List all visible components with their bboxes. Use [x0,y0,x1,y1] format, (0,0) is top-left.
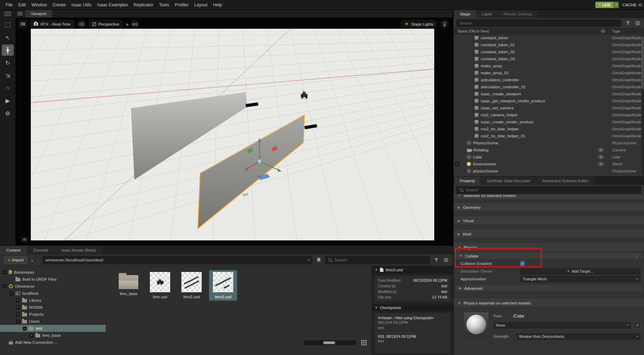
tab-property[interactable]: Property [454,177,480,185]
checkpoint-title[interactable]: #33. 08/13/24 09:11PM [378,334,447,339]
visibility-column-header[interactable] [597,29,609,33]
menu-item-isaac-examples[interactable]: Isaac Examples [94,2,131,7]
tree-item-projects[interactable]: +Projects [0,311,106,318]
stage-filter-button[interactable] [624,20,631,27]
ground-plane[interactable] [31,29,434,240]
expand-toolbar-icon[interactable]: » [126,21,128,27]
stage-row[interactable]: +EnvironmentXform [453,161,644,168]
visibility-menu-button[interactable] [77,20,86,28]
renderer-dropdown[interactable]: RTX - Real-Time [30,20,75,28]
stage-scrollbar[interactable] [642,35,644,176]
view-options-button[interactable] [443,257,450,264]
section-materials-on-models[interactable]: ▼ Materials on selected models [453,195,644,200]
physics-tool[interactable]: ⚙ [2,108,14,119]
section-physics[interactable]: ▼ Physics [453,243,644,252]
visibility-cell[interactable] [595,162,607,166]
advanced-header[interactable]: ▶ Advanced [456,285,642,292]
stage-row[interactable]: constant_token_01OmniGraphNode [453,41,644,48]
file-tile[interactable]: limo_base [115,270,143,301]
stage-row[interactable]: isaac_create_render_productOmniGraphNode [453,118,644,125]
grid-view-button[interactable] [361,340,367,346]
stage-row[interactable]: isaac_create_viewportOmniGraphNode [453,90,644,97]
menu-item-isaac-utils[interactable]: Isaac Utils [69,2,95,7]
stage-options-button[interactable] [634,20,641,27]
section-visual[interactable]: ▶ Visual [453,217,644,225]
menu-item-window[interactable]: Window [29,2,50,7]
path-input[interactable] [45,258,306,262]
tab-stage[interactable]: Stage [454,10,476,18]
scrollbar-thumb[interactable] [642,36,644,89]
tab-render-settings[interactable]: Render Settings [498,10,538,18]
collider-header[interactable]: ▼ Collider × [456,253,642,260]
property-scroll-area[interactable]: ▼ Materials on selected models ▶ Geometr… [453,195,644,355]
strength-dropdown[interactable]: Weaker than Descendants ▾ [517,333,640,340]
file-tile[interactable]: limo2.usd [178,270,206,301]
marquee-select-tool[interactable] [2,19,14,30]
property-search-input[interactable] [466,188,638,192]
expander-icon[interactable]: − [23,327,27,330]
checkpoints-header[interactable]: ▼ Checkpoints [372,304,453,311]
scale-tool[interactable]: ⇲ [2,70,14,81]
stage-row[interactable]: articulation_controller_01OmniGraphNode [453,83,644,90]
stage-row[interactable]: articulation_controllerOmniGraphNode [453,76,644,83]
name-column-header[interactable]: Name (Old to New) [453,29,597,33]
move-tool[interactable]: ╋ [2,45,14,56]
live-dropdown-button[interactable]: ▾ [613,2,619,8]
menu-item-tools[interactable]: Tools [156,2,172,7]
stage-row[interactable]: RotatingCamera [453,146,644,153]
content-search-field[interactable] [325,256,430,264]
expander-icon[interactable]: + [29,334,33,337]
stage-row[interactable]: make_arrayOmniGraphNode [453,62,644,69]
section-kind[interactable]: ▶ Kind [453,230,644,238]
expander-icon[interactable]: + [16,299,20,302]
import-button[interactable]: + Import [4,256,28,264]
tree-item-library[interactable]: +Library [0,297,106,304]
snap-tool[interactable]: ∩ [2,82,14,94]
checkpoint-title[interactable]: #<head>. <Not using Checkpoint> [378,316,447,320]
light-settings-button[interactable] [440,20,449,28]
details-header[interactable]: ▼ limo3.usd [372,266,453,274]
content-search-input[interactable] [334,258,427,262]
tab-viewport[interactable]: Viewport [25,10,52,18]
eye-icon[interactable] [598,162,603,166]
add-target-button[interactable]: + Add Target... [520,268,640,275]
expander-icon[interactable]: − [16,320,20,323]
tab-content[interactable]: Content [0,246,27,254]
back-button[interactable]: ‹ [30,257,34,263]
tab-layer[interactable]: Layer [476,10,498,18]
viewport-settings-button[interactable] [18,20,27,28]
tree-item-bookmarks[interactable]: −Bookmarks [0,269,106,276]
visibility-cell[interactable] [595,155,607,159]
viewport-canvas[interactable] [31,29,434,240]
toolbar-handle-icon[interactable] [4,12,11,13]
tree-item-users[interactable]: −Users [0,318,106,325]
thumbnail-size-slider[interactable] [304,340,356,345]
path-field[interactable]: ▾ [42,256,312,264]
stage-row[interactable]: ros2_rtx_lidar_helperOmniGraphNode [453,125,644,132]
stage-row[interactable]: isaac_get_viewport_render_productOmniGra… [453,97,644,104]
tabbar-grip-icon[interactable] [18,12,22,15]
menu-item-layout[interactable]: Layout [192,2,210,7]
material-dropdown[interactable]: None ▾ [493,322,631,329]
filter-button[interactable] [433,257,440,264]
property-search-field[interactable] [456,186,641,194]
play-button[interactable]: ▶ [2,95,14,106]
remove-collider-button[interactable]: × [636,254,638,259]
stage-lights-dropdown[interactable]: ☀ Stage Lights [401,20,437,28]
stage-row[interactable]: make_array_01OmniGraphNode [453,69,644,76]
tree-item-add-new-connection-[interactable]: Add New Connection ... [0,339,106,346]
file-tile[interactable]: limo.usd [146,270,174,301]
tree-item-localhost[interactable]: −localhost [0,290,106,297]
tree-item-built-in-urdf-files[interactable]: Built In URDF Files [0,276,106,283]
stage-row[interactable]: physicsScenePhysicsScene [453,168,644,175]
visibility-cell[interactable] [595,148,607,152]
slider-handle[interactable] [323,341,335,344]
tab-synthetic-data-recorder[interactable]: Synthetic Data Recorder [481,177,536,185]
tree-item-omniverse[interactable]: −Omniverse [0,283,106,290]
tab-isaac-assets[interactable]: Isaac Assets (Beta) [55,246,102,254]
stage-row[interactable]: PhysicsScenePhysicsScene [453,139,644,146]
stage-search-field[interactable] [456,19,622,27]
tree-item-nvidia[interactable]: +NVIDIA [0,304,106,311]
bookmark-path-button[interactable] [315,257,322,264]
tree-item-limo-base[interactable]: +limo_base [0,332,106,339]
